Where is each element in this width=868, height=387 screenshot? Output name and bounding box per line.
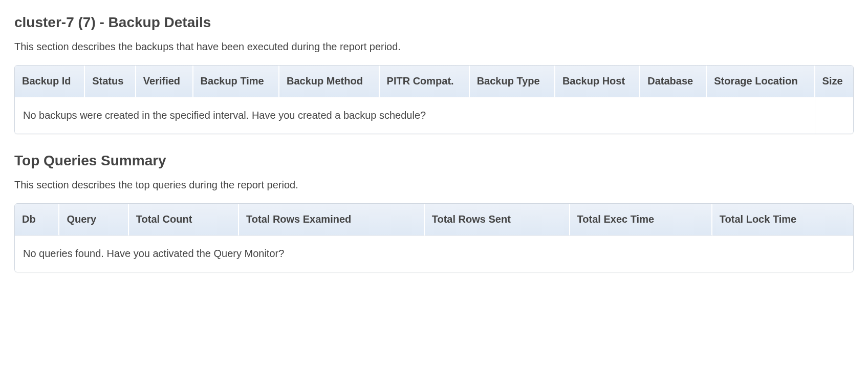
col-storage-location: Storage Location: [707, 66, 815, 97]
col-size: Size: [815, 66, 853, 97]
col-pitr-compat: PITR Compat.: [380, 66, 470, 97]
col-total-exec-time: Total Exec Time: [570, 204, 712, 235]
backup-details-section: cluster-7 (7) - Backup Details This sect…: [14, 14, 854, 134]
col-backup-id: Backup Id: [15, 66, 85, 97]
backup-empty-cell: [815, 97, 853, 134]
col-total-rows-examined: Total Rows Examined: [239, 204, 425, 235]
queries-empty-message: No queries found. Have you activated the…: [15, 235, 853, 272]
col-total-lock-time: Total Lock Time: [712, 204, 853, 235]
queries-table-header-row: Db Query Total Count Total Rows Examined…: [15, 204, 853, 235]
col-backup-host: Backup Host: [555, 66, 640, 97]
top-queries-description: This section describes the top queries d…: [14, 179, 854, 191]
col-total-count: Total Count: [129, 204, 239, 235]
top-queries-section: Top Queries Summary This section describ…: [14, 153, 854, 272]
queries-table-empty-row: No queries found. Have you activated the…: [15, 235, 853, 272]
backup-details-title: cluster-7 (7) - Backup Details: [14, 14, 854, 31]
col-status: Status: [85, 66, 136, 97]
backup-table-header-row: Backup Id Status Verified Backup Time Ba…: [15, 66, 853, 97]
col-db: Db: [15, 204, 59, 235]
col-total-rows-sent: Total Rows Sent: [425, 204, 570, 235]
backup-empty-message: No backups were created in the specified…: [15, 97, 815, 134]
col-backup-type: Backup Type: [470, 66, 555, 97]
col-database: Database: [640, 66, 707, 97]
col-backup-time: Backup Time: [193, 66, 279, 97]
backup-details-table: Backup Id Status Verified Backup Time Ba…: [14, 65, 854, 134]
col-query: Query: [59, 204, 128, 235]
backup-details-description: This section describes the backups that …: [14, 41, 854, 53]
backup-table-empty-row: No backups were created in the specified…: [15, 97, 853, 134]
col-verified: Verified: [136, 66, 193, 97]
col-backup-method: Backup Method: [279, 66, 380, 97]
top-queries-table: Db Query Total Count Total Rows Examined…: [14, 203, 854, 272]
top-queries-title: Top Queries Summary: [14, 153, 854, 169]
